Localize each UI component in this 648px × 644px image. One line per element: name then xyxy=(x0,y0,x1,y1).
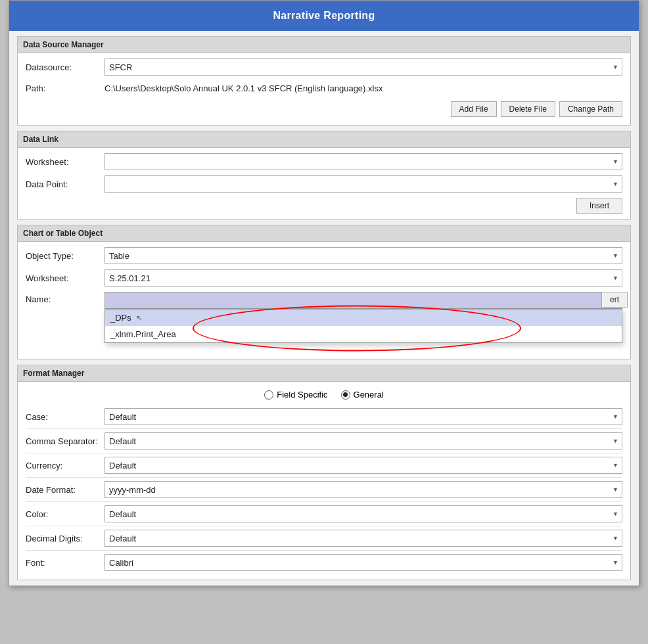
path-value: C:\Users\Desktop\Solo Annual UK 2.0.1 v3… xyxy=(104,81,382,96)
data-link-insert-button[interactable]: Insert xyxy=(576,198,622,214)
font-label: Font: xyxy=(26,558,104,568)
name-row: Name: ▼ _DPs ↖ xyxy=(26,292,622,309)
case-row: Case: Default xyxy=(26,405,622,429)
name-select-box[interactable]: ▼ xyxy=(104,292,622,309)
window-title: Narrative Reporting xyxy=(273,10,375,21)
color-row: Color: Default xyxy=(26,502,622,526)
color-select[interactable]: Default xyxy=(104,505,622,522)
comma-separator-label: Comma Separator: xyxy=(26,436,104,446)
comma-separator-wrapper: Default xyxy=(104,432,622,449)
data-point-wrapper xyxy=(104,175,622,193)
chart-table-header: Chart or Table Object xyxy=(18,225,630,242)
field-specific-radio[interactable] xyxy=(264,390,273,400)
object-type-select[interactable]: Table xyxy=(104,247,622,264)
date-format-wrapper: yyyy-mm-dd xyxy=(104,481,622,498)
date-format-label: Date Format: xyxy=(26,485,104,495)
dropdown-item-print-area[interactable]: _xlnm.Print_Area xyxy=(105,326,622,342)
case-label: Case: xyxy=(26,412,104,422)
format-manager-header: Format Manager xyxy=(18,365,630,382)
data-source-manager-header: Data Source Manager xyxy=(18,37,630,53)
case-wrapper: Default xyxy=(104,408,622,425)
font-select[interactable]: Calibri xyxy=(104,554,622,571)
general-option[interactable]: General xyxy=(341,390,384,400)
object-type-row: Object Type: Table xyxy=(26,247,622,264)
font-wrapper: Calibri xyxy=(104,554,622,571)
decimal-digits-row: Decimal Digits: Default xyxy=(26,526,622,551)
currency-label: Currency: xyxy=(26,461,104,471)
data-link-insert-row: Insert xyxy=(26,198,622,214)
chart-table-section: Chart or Table Object Object Type: Table… xyxy=(17,225,631,359)
datasource-row: Datasource: SFCR xyxy=(26,58,622,76)
worksheet-row: Worksheet: xyxy=(26,153,622,170)
decimal-digits-label: Decimal Digits: xyxy=(26,534,104,543)
chart-insert-button[interactable]: ert xyxy=(601,292,628,308)
general-radio[interactable] xyxy=(341,390,350,400)
data-point-select[interactable] xyxy=(104,175,622,193)
field-specific-label: Field Specific xyxy=(277,390,327,400)
date-format-select[interactable]: yyyy-mm-dd xyxy=(104,481,622,498)
decimal-digits-select[interactable]: Default xyxy=(104,530,622,547)
color-wrapper: Default xyxy=(104,505,622,522)
currency-select[interactable]: Default xyxy=(104,457,622,474)
datasource-label: Datasource: xyxy=(26,62,104,72)
chart-worksheet-select[interactable]: S.25.01.21 xyxy=(104,269,622,287)
case-select[interactable]: Default xyxy=(104,408,622,425)
path-label: Path: xyxy=(26,83,104,93)
change-path-button[interactable]: Change Path xyxy=(559,101,622,117)
name-dropdown-open: _DPs ↖ _xlnm.Print_Area xyxy=(104,309,622,343)
color-label: Color: xyxy=(26,509,104,519)
delete-file-button[interactable]: Delete File xyxy=(501,101,555,117)
cursor-icon: ↖ xyxy=(136,313,143,323)
chart-worksheet-row: Worksheet: S.25.01.21 xyxy=(26,269,622,287)
worksheet-label: Worksheet: xyxy=(26,157,104,167)
datasource-select-wrapper: SFCR xyxy=(104,58,622,76)
comma-separator-select[interactable]: Default xyxy=(104,432,622,449)
name-dropdown-container: ▼ _DPs ↖ _xlnm.Print_Area xyxy=(104,292,622,309)
data-link-header: Data Link xyxy=(18,131,630,148)
general-label: General xyxy=(354,390,384,400)
file-buttons-row: Add File Delete File Change Path xyxy=(26,101,622,117)
font-row: Font: Calibri xyxy=(26,551,622,574)
dropdown-item-dps[interactable]: _DPs ↖ xyxy=(105,310,622,326)
date-format-row: Date Format: yyyy-mm-dd xyxy=(26,478,622,502)
object-type-wrapper: Table xyxy=(104,247,622,264)
data-link-worksheet-wrapper xyxy=(104,153,622,170)
data-link-worksheet-select[interactable] xyxy=(104,153,622,170)
currency-row: Currency: Default xyxy=(26,453,622,478)
decimal-digits-wrapper: Default xyxy=(104,530,622,547)
data-source-manager-section: Data Source Manager Datasource: SFCR Pat… xyxy=(17,36,631,126)
field-specific-option[interactable]: Field Specific xyxy=(264,390,327,400)
format-manager-section: Format Manager Field Specific General Ca… xyxy=(17,365,631,580)
data-link-section: Data Link Worksheet: Data Point: xyxy=(17,131,631,219)
datasource-select[interactable]: SFCR xyxy=(104,58,622,76)
add-file-button[interactable]: Add File xyxy=(451,101,497,117)
comma-separator-row: Comma Separator: Default xyxy=(26,429,622,453)
data-point-label: Data Point: xyxy=(26,179,104,189)
title-bar: Narrative Reporting xyxy=(9,1,639,31)
data-point-row: Data Point: xyxy=(26,175,622,193)
path-row: Path: C:\Users\Desktop\Solo Annual UK 2.… xyxy=(26,81,622,96)
chart-worksheet-wrapper: S.25.01.21 xyxy=(104,269,622,287)
chart-worksheet-label: Worksheet: xyxy=(26,273,104,283)
chart-insert-btn-wrapper: ert xyxy=(601,292,628,308)
format-radio-row: Field Specific General xyxy=(26,390,622,400)
object-type-label: Object Type: xyxy=(26,251,104,261)
currency-wrapper: Default xyxy=(104,457,622,474)
name-label: Name: xyxy=(26,292,104,304)
